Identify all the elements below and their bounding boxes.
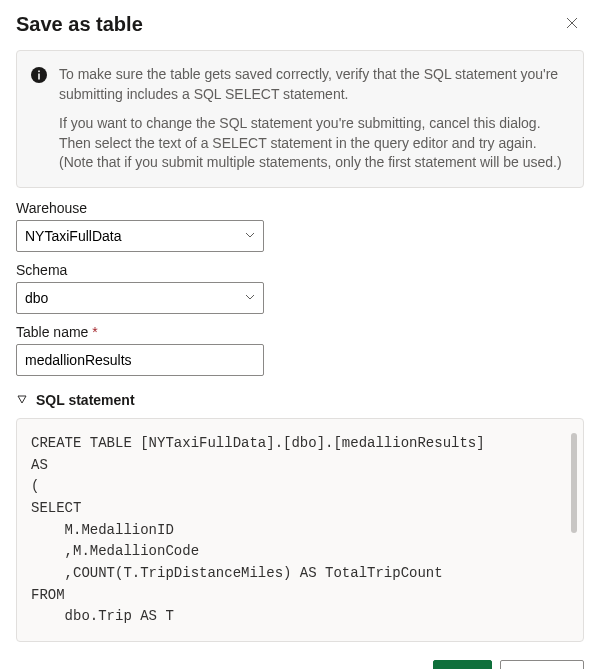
dialog-title: Save as table — [16, 13, 143, 36]
info-paragraph-1: To make sure the table gets saved correc… — [59, 65, 569, 104]
dialog-header: Save as table — [16, 12, 584, 36]
tablename-input[interactable] — [16, 344, 264, 376]
info-text: To make sure the table gets saved correc… — [59, 65, 569, 173]
collapse-icon — [16, 392, 28, 408]
svg-rect-1 — [38, 74, 40, 80]
field-schema: Schema dbo — [16, 262, 584, 314]
sql-preview: CREATE TABLE [NYTaxiFullData].[dbo].[med… — [16, 418, 584, 642]
ok-button[interactable]: OK — [433, 660, 492, 669]
schema-label: Schema — [16, 262, 584, 278]
sql-section-toggle[interactable]: SQL statement — [16, 392, 584, 408]
cancel-button[interactable]: Cancel — [500, 660, 584, 669]
required-asterisk: * — [92, 324, 97, 340]
tablename-label: Table name * — [16, 324, 584, 340]
warehouse-select[interactable]: NYTaxiFullData — [16, 220, 264, 252]
svg-rect-2 — [38, 71, 40, 73]
scrollbar-thumb[interactable] — [571, 433, 577, 533]
warehouse-label: Warehouse — [16, 200, 584, 216]
sql-text: CREATE TABLE [NYTaxiFullData].[dbo].[med… — [31, 433, 567, 627]
sql-section-title: SQL statement — [36, 392, 135, 408]
close-icon — [566, 15, 578, 33]
info-icon — [31, 67, 47, 83]
field-tablename: Table name * — [16, 324, 584, 376]
schema-select[interactable]: dbo — [16, 282, 264, 314]
close-button[interactable] — [560, 12, 584, 36]
dialog-footer: OK Cancel — [16, 660, 584, 669]
field-warehouse: Warehouse NYTaxiFullData — [16, 200, 584, 252]
info-banner: To make sure the table gets saved correc… — [16, 50, 584, 188]
info-paragraph-2: If you want to change the SQL statement … — [59, 114, 569, 173]
